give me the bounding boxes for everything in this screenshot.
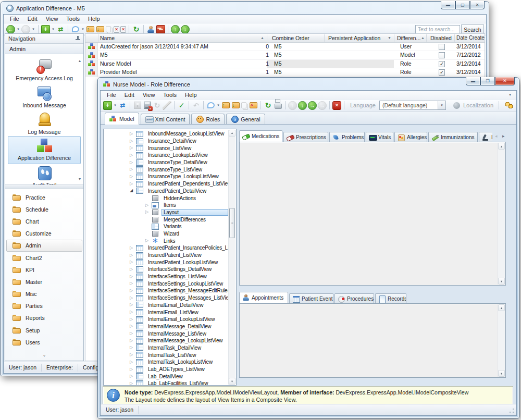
title-bar[interactable]: Application Difference - M5 [6,4,85,13]
column-header-persistent-application[interactable]: Persistent Application [328,35,380,41]
tree-item[interactable]: Insurance_LookupListView [104,152,228,159]
new-button[interactable] [41,25,50,34]
copy-icon[interactable] [241,102,246,108]
table-row[interactable]: AutoCreated for jason 3/12/2014 9:34:47 … [85,43,485,51]
tree-item[interactable]: InternalEmail_LookupListView [104,316,228,323]
column-header-name[interactable]: Name [100,35,115,41]
expander-icon[interactable] [145,203,150,207]
close-view-icon[interactable] [332,101,341,110]
scroll-down-icon[interactable] [498,370,505,377]
delete-all-icon[interactable] [120,26,126,33]
menu-item[interactable]: Edit [120,91,139,98]
import-folder-icon[interactable] [222,102,230,108]
nav-folder-item[interactable]: KPI [6,264,82,276]
tree-item[interactable]: Insurance_ListView [104,144,228,152]
scroll-up-icon[interactable]: ▴ [79,58,81,63]
copy-icon[interactable] [106,26,111,32]
comment-dropdown-icon[interactable] [81,27,85,31]
comment-dropdown-icon[interactable] [216,103,220,107]
disabled-checkbox[interactable] [439,44,445,50]
scroll-up-icon[interactable] [498,143,505,150]
nav-splitter[interactable] [5,185,83,189]
tree-item[interactable]: InternalMessage_ListView [104,330,228,337]
menu-item[interactable]: File [6,15,23,22]
tree-item[interactable]: InsuredPatient_ListView [104,252,228,259]
column-header-disabled[interactable]: Disabled [430,35,452,41]
folders-overflow-icon[interactable]: ▿ [43,353,45,358]
maximize-button[interactable]: ▢ [455,1,470,9]
menu-item[interactable]: View [42,15,63,22]
new-button[interactable] [103,101,112,110]
tree-item[interactable]: Insurance_DetailView [104,138,228,145]
tree-item[interactable]: InsuredPatient_Dependents_ListView [104,180,228,188]
expander-icon[interactable] [145,210,150,214]
patient-tab[interactable]: Prescriptions [283,132,328,142]
expander-icon[interactable] [130,324,134,328]
nav-item[interactable]: Emergency Access Log [8,58,81,81]
security-key-icon[interactable] [156,25,165,34]
comment-icon[interactable] [207,102,215,108]
tree-item[interactable]: InternalMessage_LookupListView [104,337,228,344]
tree-item[interactable]: HiddenActions [104,194,228,202]
scrollbar-thumb[interactable] [229,208,235,238]
disabled-checkbox[interactable] [439,52,445,58]
nav-folder-item[interactable]: Chart2 [6,252,82,264]
expander-icon[interactable] [130,139,134,143]
nav-folder-item[interactable]: Practice [6,191,82,203]
scroll-down-icon[interactable] [229,378,235,385]
assign-button[interactable] [56,25,65,34]
expander-icon[interactable] [130,146,134,150]
loaded-modules-icon[interactable] [505,102,514,109]
tree-item[interactable]: InsuranceType_DetailView [104,159,228,166]
nav-folder-item[interactable]: Customize [6,228,82,240]
table-row[interactable]: Nurse Model 1 M5 Role 3/12/2014 [85,60,485,68]
patient-tab[interactable]: Lab Orders [479,132,492,142]
close-button[interactable]: ✕ [495,77,515,85]
column-header-difference[interactable]: Differen... [397,35,420,41]
expander-icon[interactable] [130,339,134,343]
nav-down-icon[interactable] [298,101,307,110]
document-tab[interactable]: Model [105,113,139,125]
back-button[interactable] [6,25,15,34]
patient-tab[interactable]: Appointments [239,292,288,303]
expander-icon[interactable] [130,360,134,364]
print-icon[interactable] [275,104,282,109]
undo-icon[interactable] [192,101,201,110]
edit-icon[interactable] [163,101,171,110]
nav-folder-item[interactable]: Schedule [6,203,82,215]
expander-icon[interactable] [130,353,134,357]
pin-icon[interactable] [75,36,80,41]
patient-tab[interactable]: Immunizations [428,132,478,142]
expander-icon[interactable] [130,246,134,250]
document-tab[interactable]: General [226,114,265,124]
user-icon[interactable] [146,25,155,34]
tree-item[interactable]: InterfaceSettings_MessageEditRules_Li... [104,287,228,294]
expander-icon[interactable] [130,367,134,372]
nav-next-icon[interactable] [308,101,317,110]
column-header-combine-order[interactable]: Combine Order [272,35,309,41]
tree-item[interactable]: InternalMessage_DetailView [104,323,228,330]
localization-icon[interactable] [453,102,460,109]
tree-item[interactable]: InterfaceSettings_ListView [104,273,228,280]
nav-item[interactable]: Audit Trail [8,165,81,185]
resize-grip[interactable] [508,407,515,414]
validate-icon[interactable] [177,101,186,110]
close-button[interactable]: ✕ [470,1,485,9]
column-header-date-created[interactable]: Date Created [456,35,485,41]
tree-item[interactable]: Items [104,202,228,209]
tree-item[interactable]: Layout [104,209,228,216]
patient-tab[interactable]: Records [375,293,406,303]
panel-scrollbar[interactable] [498,304,505,377]
tree-item[interactable]: Lab_DetailView [104,373,228,380]
filter-dropdown-icon[interactable]: ▼ [388,36,391,40]
minimize-button[interactable]: ▬ [466,77,480,85]
expander-icon[interactable] [130,253,134,257]
disabled-checkbox[interactable] [439,61,445,67]
menu-item[interactable]: View [139,91,159,98]
refresh-disabled-icon[interactable] [153,101,162,110]
save-icon[interactable] [134,102,141,109]
expander-icon[interactable] [130,260,134,264]
back-dropdown-icon[interactable] [16,27,20,31]
expander-icon[interactable] [130,153,134,157]
export-folder-icon[interactable] [96,26,104,32]
